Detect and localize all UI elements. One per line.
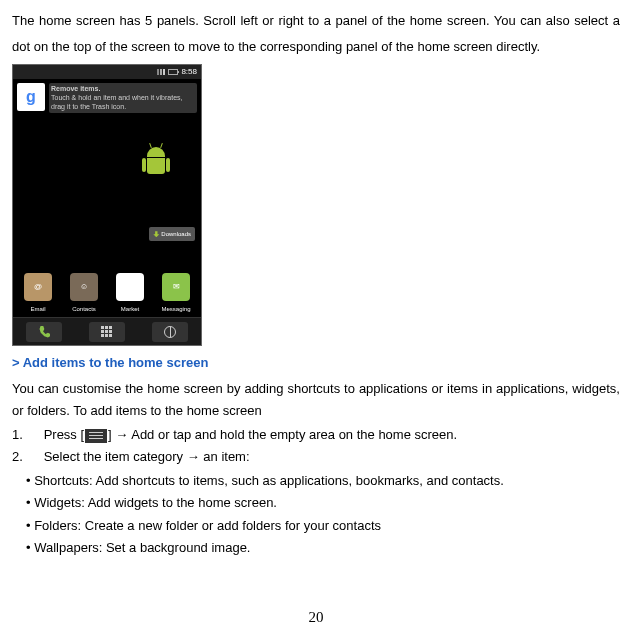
downloads-badge: Downloads bbox=[149, 227, 195, 241]
google-search-icon: g bbox=[17, 83, 45, 111]
bullet-widgets: Widgets: Add widgets to the home screen. bbox=[12, 492, 620, 514]
step-number: 2. bbox=[12, 446, 40, 468]
hint-bubble: Remove items. Touch & hold an item and w… bbox=[49, 83, 197, 113]
dock-item-contacts: ☺ Contacts bbox=[62, 273, 106, 315]
bullet-folders: Folders: Create a new folder or add fold… bbox=[12, 515, 620, 537]
dock-label: Messaging bbox=[154, 303, 198, 315]
dock-item-market: 🛍 Market bbox=[108, 273, 152, 315]
android-robot-icon bbox=[141, 147, 171, 187]
chevron-right-icon: > bbox=[12, 355, 23, 370]
page-number: 20 bbox=[0, 602, 632, 632]
status-bar: 8:58 bbox=[13, 65, 201, 79]
browser-button bbox=[152, 322, 188, 342]
app-dock: @ Email ☺ Contacts 🛍 Market ✉ Messaging bbox=[13, 273, 201, 315]
bullet-list: Shortcuts: Add shortcuts to items, such … bbox=[12, 470, 620, 558]
dock-label: Email bbox=[16, 303, 60, 315]
section-body: You can customise the home screen by add… bbox=[12, 378, 620, 422]
battery-icon bbox=[168, 69, 178, 75]
intro-paragraph: The home screen has 5 panels. Scroll lef… bbox=[12, 8, 620, 60]
contacts-icon: ☺ bbox=[70, 273, 98, 301]
heading-text: Add items to the home screen bbox=[23, 355, 209, 370]
menu-icon bbox=[85, 429, 107, 443]
signal-icon bbox=[157, 69, 165, 75]
messaging-icon: ✉ bbox=[162, 273, 190, 301]
search-hint-row: g Remove items. Touch & hold an item and… bbox=[13, 79, 201, 117]
bullet-shortcuts: Shortcuts: Add shortcuts to items, such … bbox=[12, 470, 620, 492]
downloads-label: Downloads bbox=[161, 228, 191, 240]
phone-icon bbox=[38, 326, 50, 338]
phone-screenshot: 8:58 g Remove items. Touch & hold an ite… bbox=[12, 64, 202, 346]
step-number: 1. bbox=[12, 424, 40, 446]
step-1-prefix: Press [ bbox=[44, 427, 84, 442]
phone-button bbox=[26, 322, 62, 342]
apps-grid-icon bbox=[101, 326, 113, 338]
dock-item-messaging: ✉ Messaging bbox=[154, 273, 198, 315]
email-icon: @ bbox=[24, 273, 52, 301]
bullet-wallpapers: Wallpapers: Set a background image. bbox=[12, 537, 620, 559]
hint-body: Touch & hold an item and when it vibrate… bbox=[51, 94, 195, 111]
dock-label: Market bbox=[108, 303, 152, 315]
step-2-text: Select the item category → an item: bbox=[44, 449, 250, 464]
steps-list: 1. Press [] → Add or tap and hold the em… bbox=[12, 424, 620, 468]
hint-title: Remove items. bbox=[51, 85, 195, 93]
step-1: 1. Press [] → Add or tap and hold the em… bbox=[12, 424, 620, 446]
section-heading: > Add items to the home screen bbox=[12, 350, 620, 376]
dock-label: Contacts bbox=[62, 303, 106, 315]
dock-item-email: @ Email bbox=[16, 273, 60, 315]
step-2: 2. Select the item category → an item: bbox=[12, 446, 620, 468]
apps-button bbox=[89, 322, 125, 342]
market-icon: 🛍 bbox=[116, 273, 144, 301]
clock-text: 8:58 bbox=[181, 64, 197, 80]
step-1-suffix: ] → Add or tap and hold the empty area o… bbox=[108, 427, 457, 442]
globe-icon bbox=[164, 326, 176, 338]
download-icon bbox=[153, 231, 159, 237]
nav-bar bbox=[13, 317, 201, 345]
wallpaper-area: Downloads bbox=[13, 117, 201, 277]
